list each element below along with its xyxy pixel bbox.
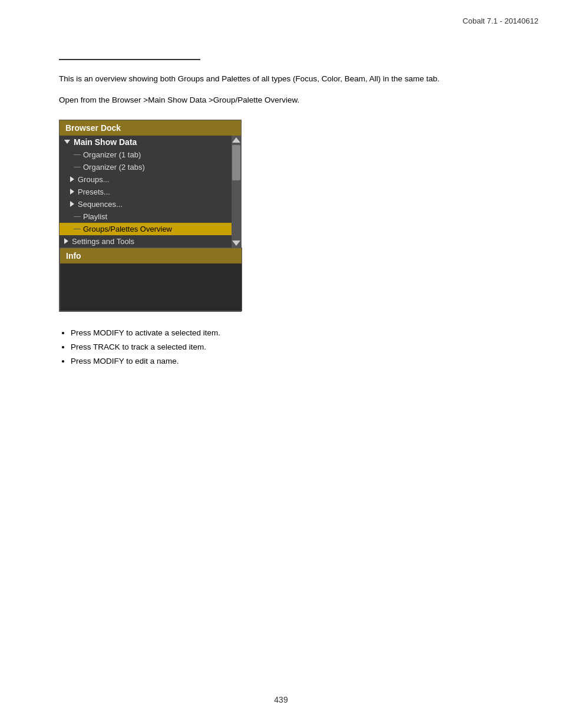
version-label: Cobalt 7.1 - 20140612 — [462, 17, 538, 25]
organizer-1-label: Organizer (1 tab) — [83, 150, 141, 159]
tree-dash-gp-icon — [74, 229, 81, 229]
menu-item-presets[interactable]: Presets... — [59, 186, 232, 198]
scroll-up-button[interactable] — [232, 137, 240, 143]
menu-item-groups[interactable]: Groups... — [59, 173, 232, 186]
menu-item-groups-palettes[interactable]: Groups/Palettes Overview — [59, 223, 232, 235]
browser-dock-menu: Main Show Data Organizer (1 tab) Organiz… — [59, 136, 232, 248]
main-show-data-label: Main Show Data — [74, 137, 137, 147]
browser-dock-widget: Browser Dock Main Show Data Organizer (1… — [59, 120, 242, 312]
presets-arrow-icon — [70, 189, 74, 195]
bullet-item-1: Press MODIFY to activate a selected item… — [71, 326, 515, 340]
menu-item-sequences[interactable]: Sequences... — [59, 198, 232, 210]
organizer-2-label: Organizer (2 tabs) — [83, 163, 145, 172]
bullet-list: Press MODIFY to activate a selected item… — [71, 326, 515, 369]
menu-item-main-show-data[interactable]: Main Show Data — [59, 136, 232, 149]
browser-dock-title: Browser Dock — [59, 120, 241, 136]
menu-item-playlist[interactable]: Playlist — [59, 210, 232, 223]
bullet-item-3: Press MODIFY to edit a name. — [71, 354, 515, 368]
section-divider — [59, 59, 200, 60]
tree-dash-playlist-icon — [74, 216, 81, 217]
intro-paragraph-1: This is an overview showing both Groups … — [59, 73, 483, 85]
info-section: Info — [59, 248, 242, 311]
groups-label: Groups... — [78, 175, 109, 184]
playlist-label: Playlist — [83, 212, 107, 221]
sequences-arrow-icon — [70, 201, 74, 207]
presets-label: Presets... — [78, 187, 110, 196]
scroll-thumb[interactable] — [232, 145, 240, 180]
expand-arrow-icon — [64, 140, 70, 144]
settings-label: Settings and Tools — [72, 237, 134, 246]
groups-arrow-icon — [70, 176, 74, 182]
tree-dash-icon-2 — [74, 167, 81, 167]
sequences-label: Sequences... — [78, 200, 123, 209]
groups-palettes-label: Groups/Palettes Overview — [83, 225, 172, 233]
scroll-down-button[interactable] — [232, 241, 240, 246]
menu-item-settings[interactable]: Settings and Tools — [59, 235, 232, 248]
page-number: 439 — [274, 695, 287, 704]
info-title: Info — [60, 248, 242, 263]
intro-paragraph-2: Open from the Browser >Main Show Data >G… — [59, 94, 515, 106]
settings-arrow-icon — [64, 238, 68, 244]
bullet-item-2: Press TRACK to track a selected item. — [71, 340, 515, 354]
tree-dash-icon — [74, 154, 81, 155]
menu-item-organizer-1[interactable]: Organizer (1 tab) — [59, 149, 232, 161]
menu-item-organizer-2[interactable]: Organizer (2 tabs) — [59, 161, 232, 173]
scrollbar[interactable] — [232, 136, 241, 248]
info-body — [60, 263, 242, 311]
